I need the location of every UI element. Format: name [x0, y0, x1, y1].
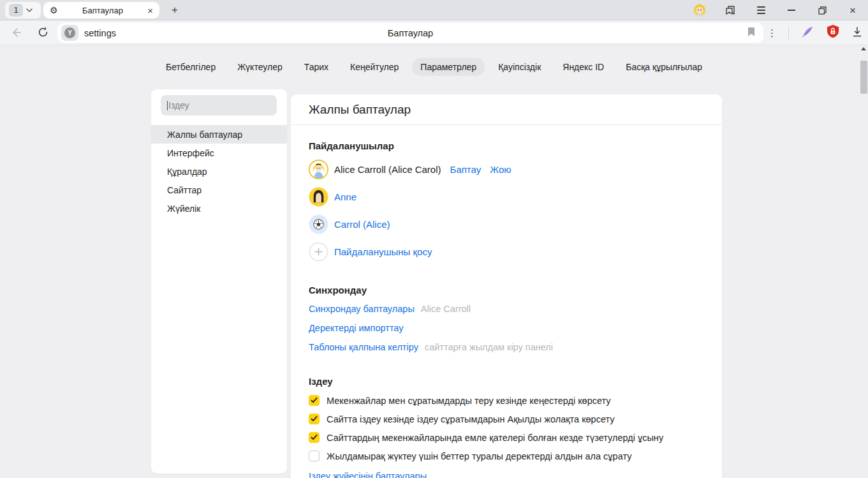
scrollbar-thumb[interactable]: [860, 61, 867, 94]
chevron-down-icon[interactable]: [26, 8, 33, 12]
checkbox-row-site-search: Сайтта іздеу кезінде іздеу сұратымдарын …: [309, 410, 704, 428]
nav-tab-settings[interactable]: Параметрлер: [412, 58, 485, 76]
anne-avatar[interactable]: [309, 187, 328, 207]
sidebar-item-tools[interactable]: Құралдар: [151, 162, 287, 181]
sidebar-item-general[interactable]: Жалпы баптаулар: [151, 125, 287, 144]
protect-shield-icon[interactable]: [826, 24, 840, 42]
nav-tab-yandex-id[interactable]: Яндекс ID: [554, 58, 612, 76]
add-user-plus-icon[interactable]: [309, 242, 328, 262]
sidebar-list: Жалпы баптаулар Интерфейс Құралдар Сайтт…: [151, 125, 287, 218]
nav-tab-history[interactable]: Тарих: [296, 58, 337, 76]
user-delete-link[interactable]: Жою: [490, 164, 511, 175]
menu-icon[interactable]: [753, 3, 769, 18]
new-tab-button[interactable]: +: [167, 3, 182, 18]
sync-section: Синхрондау Синхрондау баптаулары Alice C…: [309, 285, 704, 357]
search-input[interactable]: Іздеу: [161, 95, 277, 116]
search-placeholder: Іздеу: [168, 100, 189, 110]
tab-close-icon[interactable]: ×: [147, 6, 153, 15]
sync-account-note: Alice Carroll: [421, 304, 471, 314]
site-badge-icon[interactable]: Y: [61, 25, 78, 41]
settings-main-panel: Жалпы баптаулар Пайдаланушылар: [291, 94, 722, 478]
sync-heading: Синхрондау: [309, 285, 704, 295]
checkbox-row-spelling: Сайттардың мекенжайларында емле қателері…: [309, 428, 704, 447]
download-icon[interactable]: [851, 26, 863, 40]
restore-tableau-row: Таблоны қалпына келтіру сайттарға жылдам…: [309, 338, 704, 357]
checkbox-label: Жылдамырақ жүктеу үшін беттер туралы дер…: [327, 451, 631, 461]
user-name-link[interactable]: Carrol (Alice): [334, 219, 390, 230]
alice-avatar[interactable]: [309, 160, 328, 179]
tab-strip: 1 ⚙ Баптаулар × +: [0, 0, 868, 20]
search-heading: Іздеу: [309, 376, 704, 387]
search-engine-settings-link[interactable]: Іздеу жүйесінің баптаулары: [309, 471, 704, 478]
sync-settings-link[interactable]: Синхрондау баптаулары: [309, 304, 415, 314]
nav-tab-bookmarks[interactable]: Бетбелгілер: [158, 58, 224, 76]
checkbox[interactable]: [309, 414, 320, 424]
checkbox[interactable]: [309, 395, 320, 406]
omnibox-page-title: Баптаулар: [57, 28, 763, 38]
user-row-alice-carroll: Alice Carroll (Alice Carol) Баптау Жою: [309, 156, 704, 183]
settings-nav-tabs: Бетбелгілер Жүктеулер Тарих Кеңейтулер П…: [0, 58, 868, 76]
gear-icon: ⚙: [50, 6, 58, 15]
sidebar-item-interface[interactable]: Интерфейс: [151, 144, 287, 162]
scrollbar-up-arrow[interactable]: [861, 47, 866, 50]
close-button[interactable]: ×: [845, 3, 860, 18]
url-text[interactable]: settings: [84, 28, 116, 38]
sidebar-item-sites[interactable]: Сайттар: [151, 181, 287, 199]
text-cursor: [167, 101, 168, 110]
users-section: Пайдаланушылар: [309, 140, 704, 265]
settings-sidebar: Іздеу Жалпы баптаулар Интерфейс Құралдар…: [151, 89, 287, 474]
search-section: Іздеу Мекенжайлар мен сұратымдарды теру …: [309, 376, 704, 478]
add-user-link[interactable]: Пайдаланушыны қосу: [334, 246, 432, 257]
nav-tab-extensions[interactable]: Кеңейтулер: [342, 58, 407, 76]
more-options-icon[interactable]: ⋮: [767, 27, 777, 39]
page-scrollbar[interactable]: [859, 45, 868, 478]
toolbar: Y settings Баптаулар ⋮: [0, 20, 868, 45]
browser-tab-settings[interactable]: ⚙ Баптаулар ×: [43, 2, 159, 19]
checkbox-label: Сайттардың мекенжайларында емле қателері…: [327, 433, 663, 443]
settings-page: Бетбелгілер Жүктеулер Тарих Кеңейтулер П…: [0, 45, 868, 478]
checkbox-row-suggestions: Мекенжайлар мен сұратымдарды теру кезінд…: [309, 391, 704, 410]
tab-title: Баптаулар: [58, 6, 148, 15]
import-data-link[interactable]: Деректерді импорттау: [309, 323, 404, 333]
checkbox-label: Мекенжайлар мен сұратымдарды теру кезінд…: [327, 396, 611, 406]
import-data-row: Деректерді импорттау: [309, 318, 704, 338]
user-row-anne: Anne: [309, 183, 704, 211]
nav-tab-downloads[interactable]: Жүктеулер: [229, 58, 291, 76]
nav-tab-security[interactable]: Қауіпсіздік: [490, 58, 549, 76]
restore-button[interactable]: [814, 3, 830, 18]
reload-icon[interactable]: [37, 26, 49, 41]
address-bar[interactable]: Y settings Баптаулар: [57, 23, 763, 43]
user-configure-link[interactable]: Баптау: [450, 164, 482, 175]
user-name-link[interactable]: Anne: [334, 191, 357, 202]
profile-avatar[interactable]: [692, 3, 707, 18]
user-row-carrol: Carrol (Alice): [309, 211, 704, 238]
restore-tableau-note: сайттарға жылдам кіру панелі: [425, 342, 553, 352]
bookmark-icon[interactable]: [747, 27, 756, 40]
add-user-row: Пайдаланушыны қосу: [309, 238, 704, 265]
back-icon[interactable]: [10, 27, 22, 41]
nav-tab-other-devices[interactable]: Басқа құрылғылар: [617, 58, 710, 76]
extension-feather-icon[interactable]: [800, 25, 814, 41]
user-name: Alice Carroll (Alice Carol): [334, 164, 441, 175]
checkbox[interactable]: [309, 451, 320, 461]
users-heading: Пайдаланушылар: [309, 140, 704, 151]
minimize-button[interactable]: [784, 3, 799, 18]
sync-settings-row: Синхрондау баптаулары Alice Carroll: [309, 299, 704, 318]
tab-group-control[interactable]: 1: [5, 2, 41, 19]
side-panels-icon[interactable]: [723, 3, 738, 18]
restore-tableau-link[interactable]: Таблоны қалпына келтіру: [309, 342, 418, 352]
sidebar-item-system[interactable]: Жүйелік: [151, 199, 287, 218]
checkbox[interactable]: [309, 432, 320, 443]
toolbar-divider: [788, 27, 789, 40]
checkbox-label: Сайтта іздеу кезінде іздеу сұратымдарын …: [327, 414, 615, 424]
soccer-ball-avatar[interactable]: [309, 214, 328, 234]
checkbox-row-prefetch: Жылдамырақ жүктеу үшін беттер туралы дер…: [309, 447, 704, 465]
page-title: Жалпы баптаулар: [291, 94, 722, 125]
tab-count-badge[interactable]: 1: [9, 4, 23, 17]
